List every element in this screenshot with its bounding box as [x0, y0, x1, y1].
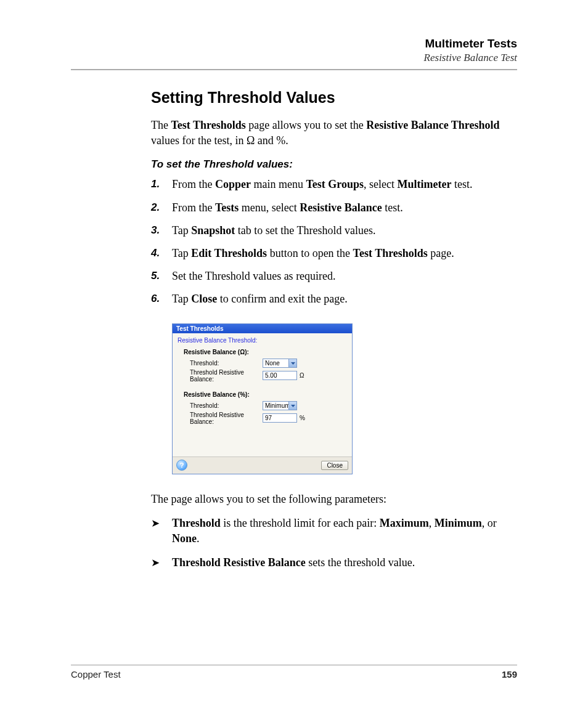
text: test.	[451, 178, 472, 190]
text: values for the test, in Ω and %.	[151, 134, 288, 147]
dialog-section-title-ohm: Resistive Balance (Ω):	[184, 349, 347, 355]
page-number: 159	[502, 669, 517, 680]
text: page allows you to set the	[246, 119, 366, 131]
post-dialog-paragraph: The page allows you to set the following…	[151, 492, 517, 507]
page-header: Multimeter Tests Resistive Balance Test	[71, 37, 517, 64]
text: page.	[428, 247, 454, 259]
header-subtitle: Resistive Balance Test	[71, 52, 517, 64]
dialog-footer: ? Close	[173, 456, 352, 474]
select-value: Minimum	[265, 402, 290, 409]
dialog-label: Threshold:	[190, 402, 263, 409]
help-icon[interactable]: ?	[176, 460, 187, 471]
step-item: Tap Close to confirm and exit the page.	[151, 291, 517, 307]
text-bold: Test Thresholds	[353, 247, 428, 259]
text: Tap	[172, 247, 191, 259]
step-item: Set the Threshold values as required.	[151, 269, 517, 284]
text: is the threshold limit for each pair:	[221, 517, 380, 529]
text: Tap	[172, 293, 191, 305]
chevron-down-icon[interactable]	[288, 402, 296, 410]
text-bold: Tests	[215, 201, 239, 214]
dialog-row: Threshold: Minimum	[190, 400, 347, 412]
step-item: Tap Edit Thresholds button to open the T…	[151, 246, 517, 261]
threshold-ohm-input[interactable]: 5.00	[263, 371, 297, 380]
dialog-group-title: Resistive Balance Threshold:	[178, 337, 347, 344]
steps-heading: To set the Threshold values:	[151, 158, 517, 171]
text: ,	[429, 517, 435, 529]
text-bold: Close	[191, 293, 217, 305]
dialog-screenshot: Test Thresholds Resistive Balance Thresh…	[172, 323, 517, 474]
step-item: Tap Snapshot tab to set the Threshold va…	[151, 223, 517, 238]
step-item: From the Copper main menu Test Groups, s…	[151, 177, 517, 192]
text-bold: Snapshot	[191, 224, 235, 237]
steps-list: From the Copper main menu Test Groups, s…	[151, 177, 517, 307]
text-bold: Multimeter	[398, 178, 452, 190]
text-bold: Maximum	[380, 517, 429, 529]
chevron-down-icon[interactable]	[288, 359, 296, 367]
dialog-label: Threshold:	[190, 360, 263, 367]
text: From the	[172, 178, 215, 190]
content-area: Setting Threshold Values The Test Thresh…	[151, 89, 517, 570]
select-value: None	[265, 360, 280, 367]
text: .	[197, 532, 200, 545]
text: tab to set the Threshold values.	[235, 224, 375, 237]
text: button to open the	[267, 247, 353, 259]
page-footer: Copper Test 159	[71, 665, 517, 680]
unit-label: %	[300, 415, 305, 421]
text: to confirm and exit the page.	[217, 293, 347, 305]
dialog-label: Threshold Resistive Balance:	[190, 412, 263, 425]
text: main menu	[251, 178, 306, 190]
text: menu, select	[239, 201, 300, 214]
list-item: Threshold is the threshold limit for eac…	[151, 516, 517, 546]
text-bold: Resistive Balance Threshold	[366, 119, 499, 131]
text-bold: Minimum	[435, 517, 482, 529]
text-bold: None	[172, 532, 197, 545]
dialog-label: Threshold Resistive Balance:	[190, 369, 263, 383]
text: The	[151, 119, 171, 131]
text: Tap	[172, 224, 191, 237]
header-rule	[71, 69, 517, 70]
threshold-ohm-select[interactable]: None	[263, 359, 297, 368]
text-bold: Edit Thresholds	[191, 247, 267, 259]
text-bold: Resistive Balance	[300, 201, 382, 214]
close-button[interactable]: Close	[321, 461, 348, 470]
unit-label: Ω	[300, 372, 304, 379]
section-title: Setting Threshold Values	[151, 89, 517, 107]
dialog-row: Threshold: None	[190, 358, 347, 369]
dialog-titlebar: Test Thresholds	[173, 324, 352, 333]
text: , select	[364, 178, 397, 190]
text-bold: Threshold Resistive Balance	[172, 556, 306, 569]
intro-paragraph: The Test Thresholds page allows you to s…	[151, 118, 517, 148]
step-item: From the Tests menu, select Resistive Ba…	[151, 200, 517, 216]
footer-left: Copper Test	[71, 669, 121, 680]
dialog-body: Resistive Balance Threshold: Resistive B…	[173, 333, 352, 456]
test-thresholds-dialog: Test Thresholds Resistive Balance Thresh…	[172, 323, 353, 474]
list-item: Threshold Resistive Balance sets the thr…	[151, 555, 517, 570]
text-bold: Copper	[215, 178, 251, 190]
text-bold: Test Thresholds	[171, 119, 245, 131]
dialog-row: Threshold Resistive Balance: 5.00 Ω	[190, 370, 347, 381]
threshold-pct-input[interactable]: 97	[263, 413, 297, 423]
text: test.	[382, 201, 403, 214]
text: From the	[172, 201, 215, 214]
threshold-pct-select[interactable]: Minimum	[263, 401, 297, 410]
text-bold: Test Groups	[306, 178, 364, 190]
text: , or	[482, 517, 497, 529]
text: sets the threshold value.	[306, 556, 415, 569]
text-bold: Threshold	[172, 517, 221, 529]
text: Set the Threshold values as required.	[172, 270, 336, 282]
dialog-section-title-pct: Resistive Balance (%):	[184, 391, 347, 398]
dialog-row: Threshold Resistive Balance: 97 %	[190, 413, 347, 424]
parameter-list: Threshold is the threshold limit for eac…	[151, 516, 517, 571]
header-title: Multimeter Tests	[71, 37, 517, 51]
